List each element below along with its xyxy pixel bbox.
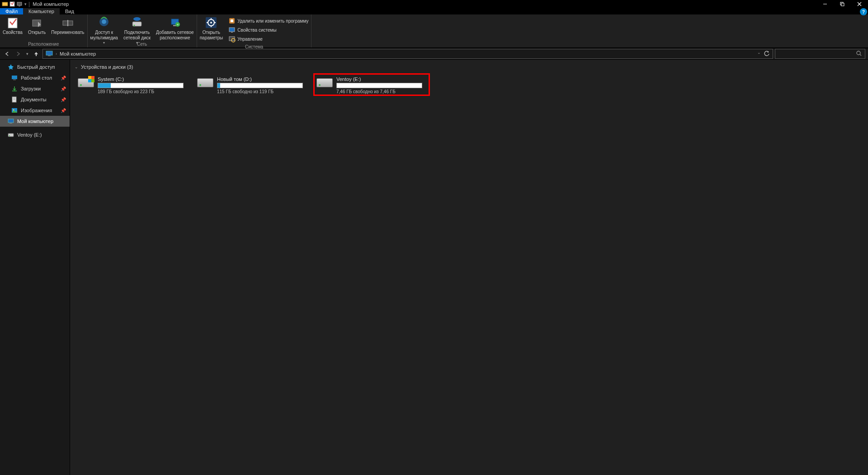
svg-point-37 [857, 51, 860, 55]
open-icon [31, 16, 43, 29]
svg-point-50 [9, 135, 10, 136]
rename-icon [61, 16, 74, 29]
help-button[interactable]: ? [860, 8, 867, 15]
drive-free-text: 115 ГБ свободно из 119 ГБ [217, 89, 307, 94]
window-title: Мой компьютер [33, 1, 69, 7]
drive-icon [316, 78, 333, 91]
sidebar-pictures[interactable]: Изображения 📌 [0, 105, 70, 116]
drive-item[interactable]: Ventoy (E:) 7,46 ГБ свободно из 7,46 ГБ [313, 73, 430, 96]
management-button[interactable]: Управление [227, 34, 309, 43]
svg-point-17 [133, 17, 141, 21]
desktop-icon [11, 74, 18, 81]
documents-icon [11, 96, 18, 103]
quick-access-toolbar: ▾ | [2, 1, 30, 7]
drive-free-text: 189 ГБ свободно из 223 ГБ [98, 89, 188, 94]
open-params-label: Открыть параметры [200, 30, 223, 41]
open-params-button[interactable]: Открыть параметры [197, 15, 226, 42]
drive-usage-bar [336, 83, 422, 88]
media-access-icon [98, 16, 110, 29]
pin-icon[interactable]: 📌 [61, 108, 66, 113]
open-button[interactable]: Открыть [25, 15, 48, 42]
pictures-icon [11, 107, 18, 114]
address-bar-row: ▾ › Мой компьютер ⌄ [0, 48, 868, 60]
qat-pc-icon[interactable] [16, 1, 23, 7]
svg-rect-40 [13, 80, 16, 80]
group-header[interactable]: ⌄ Устройства и диски (3) [75, 62, 863, 71]
sidebar-ventoy[interactable]: Ventoy (E:) [0, 129, 70, 140]
sidebar-label: Рабочий стол [21, 75, 52, 81]
drive-icon [197, 78, 213, 91]
svg-line-38 [860, 54, 861, 56]
close-button[interactable] [851, 0, 868, 8]
map-drive-button[interactable]: Подключить сетевой диск ▾ [121, 15, 153, 42]
tab-computer[interactable]: Компьютер [23, 8, 60, 14]
management-label: Управление [237, 37, 263, 42]
svg-rect-31 [229, 28, 235, 32]
up-button[interactable] [32, 49, 41, 58]
recent-dropdown[interactable]: ▾ [24, 49, 30, 58]
svg-point-24 [210, 22, 212, 24]
drive-icon [7, 131, 14, 138]
media-access-label: Доступ к мультимедиа [90, 30, 118, 41]
uninstall-icon [228, 17, 236, 24]
chevron-right-icon[interactable]: › [56, 52, 57, 56]
drives-container: System (C:) 189 ГБ свободно из 223 ГБ Но… [75, 73, 863, 96]
sidebar-label: Документы [21, 97, 47, 102]
svg-rect-35 [46, 51, 52, 55]
drive-free-text: 7,46 ГБ свободно из 7,46 ГБ [336, 89, 427, 94]
properties-icon [6, 16, 19, 29]
pin-icon[interactable]: 📌 [61, 86, 66, 91]
forward-button[interactable] [14, 49, 23, 58]
uninstall-button[interactable]: Удалить или изменить программу [227, 16, 309, 25]
tab-file[interactable]: Файл [0, 8, 23, 14]
svg-text:+: + [177, 23, 179, 27]
address-bar[interactable]: › Мой компьютер ⌄ [42, 49, 773, 59]
add-netloc-icon: + [169, 16, 181, 29]
svg-rect-6 [841, 3, 844, 6]
sidebar-quick-access[interactable]: Быстрый доступ [0, 62, 70, 72]
svg-rect-47 [8, 119, 14, 123]
media-access-button[interactable]: Доступ к мультимедиа ▾ [88, 15, 121, 42]
svg-rect-30 [231, 19, 233, 22]
qat-properties-icon[interactable] [9, 1, 15, 7]
qat-dropdown-icon[interactable]: ▾ [24, 2, 28, 6]
svg-rect-49 [8, 133, 14, 137]
downloads-icon [11, 85, 18, 92]
add-netloc-button[interactable]: + Добавить сетевое расположение [153, 15, 197, 42]
map-drive-icon [131, 16, 143, 29]
drive-item[interactable]: Новый том (D:) 115 ГБ свободно из 119 ГБ [194, 73, 311, 96]
sidebar-label: Ventoy (E:) [17, 132, 42, 138]
sys-props-button[interactable]: Свойства системы [227, 25, 309, 34]
sidebar-desktop[interactable]: Рабочий стол 📌 [0, 72, 70, 83]
back-button[interactable] [3, 49, 12, 58]
address-dropdown-icon[interactable]: ⌄ [757, 50, 761, 57]
sidebar-downloads[interactable]: Загрузки 📌 [0, 83, 70, 94]
drive-usage-bar [217, 83, 303, 88]
pin-icon[interactable]: 📌 [61, 76, 66, 81]
drive-item[interactable]: System (C:) 189 ГБ свободно из 223 ГБ [75, 73, 191, 96]
sidebar-documents[interactable]: Документы 📌 [0, 94, 70, 105]
pin-icon[interactable]: 📌 [61, 97, 66, 102]
drive-name: Новый том (D:) [217, 76, 307, 82]
star-icon [7, 63, 14, 71]
search-box[interactable] [775, 49, 865, 59]
refresh-icon[interactable] [764, 50, 770, 57]
uninstall-label: Удалить или изменить программу [237, 19, 308, 24]
properties-button[interactable]: Свойства [0, 15, 25, 42]
sidebar-this-pc[interactable]: Мой компьютер [0, 116, 70, 127]
rename-button[interactable]: Переименовать [48, 15, 87, 42]
dropdown-icon: ▾ [103, 41, 105, 45]
address-path: Мой компьютер [60, 51, 96, 57]
sidebar-label: Изображения [21, 108, 52, 113]
chevron-down-icon: ⌄ [75, 65, 78, 69]
drive-name: Ventoy (E:) [336, 76, 427, 82]
maximize-button[interactable] [834, 0, 851, 8]
map-drive-label: Подключить сетевой диск [123, 30, 151, 41]
drive-name: System (C:) [98, 76, 188, 82]
group-header-label: Устройства и диски (3) [81, 64, 133, 70]
minimize-button[interactable] [816, 0, 834, 8]
qat-separator: | [28, 1, 30, 7]
tab-view[interactable]: Вид [60, 8, 80, 14]
sys-props-icon [228, 26, 236, 33]
sidebar-label: Мой компьютер [17, 119, 53, 124]
